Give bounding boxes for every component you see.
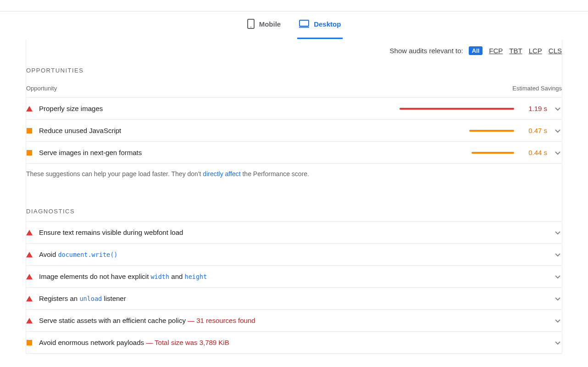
opportunity-row[interactable]: Properly size images1.19 s — [26, 98, 562, 120]
tab-desktop[interactable]: Desktop — [299, 19, 341, 31]
tab-mobile[interactable]: Mobile — [247, 19, 281, 31]
chevron-down-icon[interactable] — [554, 273, 562, 280]
mobile-icon — [247, 19, 255, 29]
fail-triangle-icon — [26, 295, 33, 302]
footnote-pre: These suggestions can help your page loa… — [26, 170, 203, 178]
diagnostic-label: Avoid enormous network payloads — Total … — [39, 339, 547, 346]
filter-fcp[interactable]: FCP — [489, 47, 503, 55]
col-opportunity: Opportunity — [26, 85, 57, 92]
savings-value: 0.47 s — [521, 127, 547, 134]
filter-all[interactable]: All — [469, 46, 483, 55]
warn-square-icon — [26, 339, 33, 346]
diagnostic-row[interactable]: Avoid enormous network payloads — Total … — [26, 332, 562, 354]
diagnostic-label: Serve static assets with an efficient ca… — [39, 317, 547, 324]
savings-bar — [399, 108, 514, 110]
savings-bar-area — [399, 152, 514, 154]
fail-triangle-icon — [26, 229, 33, 236]
fail-triangle-icon — [26, 273, 33, 280]
svg-rect-2 — [300, 20, 309, 26]
diagnostic-label: Avoid document.write() — [39, 250, 547, 258]
audit-filter-label: Show audits relevant to: — [390, 47, 463, 55]
diagnostic-row[interactable]: Ensure text remains visible during webfo… — [26, 221, 562, 244]
opportunities-title: OPPORTUNITIES — [26, 55, 562, 80]
savings-bar — [469, 130, 514, 132]
top-border — [0, 0, 588, 11]
savings-bar-area — [399, 108, 514, 110]
filter-lcp[interactable]: LCP — [529, 47, 542, 55]
chevron-down-icon[interactable] — [554, 150, 562, 156]
opportunity-label: Properly size images — [39, 105, 393, 112]
chevron-down-icon[interactable] — [554, 128, 562, 134]
opportunity-row[interactable]: Serve images in next-gen formats0.44 s — [26, 142, 562, 164]
diagnostic-label: Ensure text remains visible during webfo… — [39, 228, 547, 236]
filter-cls[interactable]: CLS — [549, 47, 562, 55]
savings-value: 0.44 s — [521, 149, 547, 156]
opportunity-label: Serve images in next-gen formats — [39, 149, 393, 156]
desktop-icon — [299, 20, 309, 28]
chevron-down-icon[interactable] — [554, 339, 562, 346]
fail-triangle-icon — [26, 317, 33, 324]
warn-square-icon — [26, 128, 33, 134]
diagnostics-title: DIAGNOSTICS — [26, 196, 562, 221]
svg-rect-1 — [250, 27, 251, 28]
diagnostic-label: Registers an unload listener — [39, 295, 547, 302]
tab-desktop-label: Desktop — [314, 20, 341, 28]
footnote-post: the Performance score. — [241, 170, 309, 178]
savings-bar — [472, 152, 514, 154]
device-tabs: Mobile Desktop — [0, 11, 588, 39]
fail-triangle-icon — [26, 251, 33, 258]
opportunity-label: Reduce unused JavaScript — [39, 127, 393, 134]
savings-bar-area — [399, 130, 514, 132]
footnote-link[interactable]: directly affect — [203, 170, 240, 178]
opportunities-footnote: These suggestions can help your page loa… — [26, 164, 562, 196]
diagnostic-label: Image elements do not have explicit widt… — [39, 272, 547, 280]
chevron-down-icon[interactable] — [554, 251, 562, 258]
chevron-down-icon[interactable] — [554, 106, 562, 112]
filter-tbt[interactable]: TBT — [509, 47, 522, 55]
fail-triangle-icon — [26, 106, 33, 112]
opportunity-row[interactable]: Reduce unused JavaScript0.47 s — [26, 120, 562, 142]
diagnostic-row[interactable]: Avoid document.write() — [26, 244, 562, 266]
diagnostic-row[interactable]: Registers an unload listener — [26, 288, 562, 310]
tab-mobile-label: Mobile — [259, 20, 281, 28]
diagnostic-row[interactable]: Serve static assets with an efficient ca… — [26, 310, 562, 332]
audit-filter-row: Show audits relevant to: All FCP TBT LCP… — [26, 39, 562, 55]
col-estimated-savings: Estimated Savings — [512, 85, 562, 92]
audit-filters: All FCP TBT LCP CLS — [469, 46, 562, 55]
chevron-down-icon[interactable] — [554, 317, 562, 324]
savings-value: 1.19 s — [521, 105, 547, 112]
chevron-down-icon[interactable] — [554, 295, 562, 302]
diagnostic-row[interactable]: Image elements do not have explicit widt… — [26, 266, 562, 288]
chevron-down-icon[interactable] — [554, 229, 562, 236]
warn-square-icon — [26, 150, 33, 156]
